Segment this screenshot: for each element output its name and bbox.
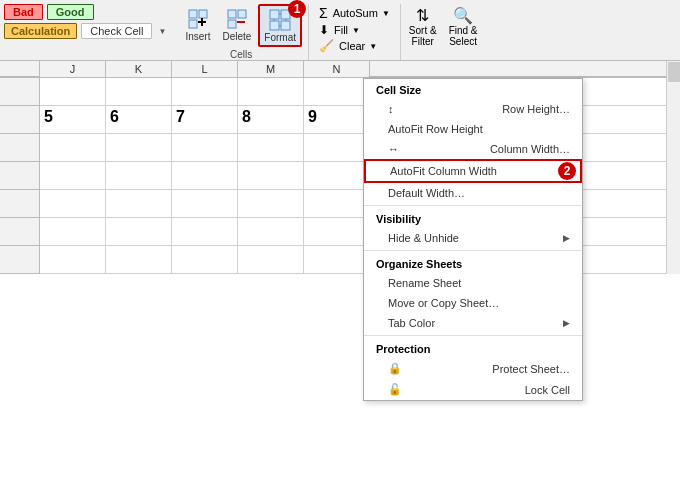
bad-style[interactable]: Bad [4,4,43,20]
fill-arrow[interactable]: ▼ [352,26,360,35]
separator-1 [364,205,582,206]
default-width-item[interactable]: Default Width… [364,183,582,203]
insert-button[interactable]: Insert [180,4,215,45]
cell-blank[interactable] [304,246,370,274]
rename-sheet-item[interactable]: Rename Sheet [364,273,582,293]
clear-label: Clear [339,40,365,52]
column-width-label: Column Width… [490,143,570,155]
row-height-item[interactable]: ↕ Row Height… [364,99,582,119]
cell-blank[interactable] [106,218,172,246]
autosum-label: AutoSum [333,7,378,19]
move-copy-item[interactable]: Move or Copy Sheet… [364,293,582,313]
tab-color-item[interactable]: Tab Color [364,313,582,333]
hide-unhide-item[interactable]: Hide & Unhide [364,228,582,248]
sort-label: Sort &Filter [409,25,437,47]
find-label: Find &Select [449,25,478,47]
cell-8[interactable]: 8 [238,106,304,134]
cell-blank[interactable] [172,190,238,218]
fill-item[interactable]: ⬇ Fill ▼ [315,22,394,38]
delete-label: Delete [222,31,251,42]
col-header-J: J [40,61,106,77]
autofit-column-item[interactable]: AutoFit Column Width 2 [364,159,582,183]
delete-button[interactable]: Delete [217,4,256,45]
col-header-K: K [106,61,172,77]
check-style[interactable]: Check Cell [81,23,152,39]
protection-header: Protection [364,338,582,358]
cell-blank[interactable] [172,246,238,274]
lock-cell-icon: 🔓 [388,383,402,396]
tab-color-label: Tab Color [388,317,435,329]
cell-blank[interactable] [172,134,238,162]
cell-blank[interactable] [304,134,370,162]
cell-blank[interactable] [304,218,370,246]
svg-rect-5 [228,10,236,18]
cell-blank[interactable] [40,190,106,218]
autosum-item[interactable]: Σ AutoSum ▼ [315,4,394,22]
row-num-blank2 [0,134,40,162]
scrollbar-thumb[interactable] [668,62,680,82]
find-button[interactable]: 🔍 Find &Select [445,4,482,60]
cell-blank[interactable] [238,78,304,106]
cell-blank[interactable] [238,218,304,246]
lock-cell-label: Lock Cell [525,384,570,396]
svg-rect-12 [281,21,290,30]
insert-icon [186,7,210,31]
format-button[interactable]: Format 1 [258,4,302,47]
sort-icon: ⇅ [416,6,429,25]
cell-blank[interactable] [40,218,106,246]
row-height-label: Row Height… [502,103,570,115]
cell-blank[interactable] [304,190,370,218]
separator-2 [364,250,582,251]
cell-5[interactable]: 5 [40,106,106,134]
cell-blank[interactable] [172,218,238,246]
good-style[interactable]: Good [47,4,94,20]
cell-6[interactable]: 6 [106,106,172,134]
col-header-extra [370,61,666,77]
svg-rect-6 [238,10,246,18]
cell-blank[interactable] [106,246,172,274]
rename-sheet-label: Rename Sheet [388,277,461,289]
default-width-label: Default Width… [388,187,465,199]
column-width-item[interactable]: ↔ Column Width… [364,139,582,159]
cell-blank[interactable] [106,134,172,162]
cell-blank[interactable] [106,162,172,190]
cell-blank[interactable] [238,246,304,274]
clear-icon: 🧹 [319,39,334,53]
cell-blank[interactable] [40,78,106,106]
cell-7[interactable]: 7 [172,106,238,134]
lock-cell-item[interactable]: 🔓 Lock Cell [364,379,582,400]
styles-dropdown-arrow[interactable]: ▼ [158,27,166,36]
cell-blank[interactable] [106,78,172,106]
cell-blank[interactable] [238,190,304,218]
cell-blank[interactable] [172,162,238,190]
sort-find-group: ⇅ Sort &Filter 🔍 Find &Select [405,4,482,60]
cell-blank[interactable] [40,162,106,190]
protect-sheet-item[interactable]: 🔒 Protect Sheet… [364,358,582,379]
cell-blank[interactable] [238,134,304,162]
svg-rect-2 [189,20,197,28]
cell-blank[interactable] [40,246,106,274]
cell-blank[interactable] [304,78,370,106]
autofit-row-label: AutoFit Row Height [388,123,483,135]
fill-label: Fill [334,24,348,36]
cells-group: Insert Delete Format 1 Cells [174,4,309,60]
cell-9[interactable]: 9 [304,106,370,134]
step2-badge: 2 [558,162,576,180]
svg-rect-7 [228,20,236,28]
sort-button[interactable]: ⇅ Sort &Filter [405,4,441,60]
cell-blank[interactable] [238,162,304,190]
cell-blank[interactable] [172,78,238,106]
vertical-scrollbar[interactable] [666,61,680,274]
autofit-row-item[interactable]: AutoFit Row Height [364,119,582,139]
move-copy-label: Move or Copy Sheet… [388,297,499,309]
cell-blank[interactable] [106,190,172,218]
cell-blank[interactable] [40,134,106,162]
insert-label: Insert [185,31,210,42]
cell-size-header: Cell Size [364,79,582,99]
calc-style[interactable]: Calculation [4,23,77,39]
cell-blank[interactable] [304,162,370,190]
clear-arrow[interactable]: ▼ [369,42,377,51]
clear-item[interactable]: 🧹 Clear ▼ [315,38,394,54]
autosum-arrow[interactable]: ▼ [382,9,390,18]
format-label: Format [264,32,296,43]
